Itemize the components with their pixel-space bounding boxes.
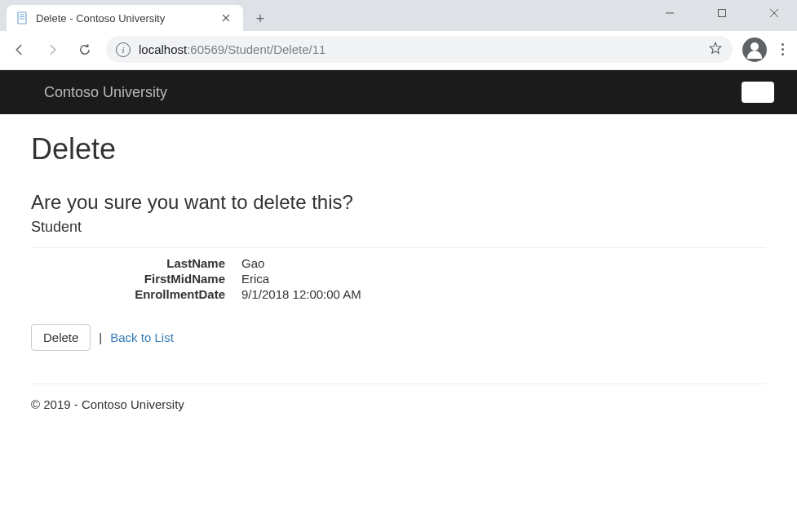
site-navbar: Contoso University: [0, 70, 797, 114]
tab-favicon-icon: [16, 11, 29, 24]
site-info-icon[interactable]: i: [116, 42, 131, 57]
browser-menu-button[interactable]: [777, 38, 789, 60]
detail-label: FirstMidName: [62, 272, 225, 286]
action-divider: |: [99, 330, 102, 344]
browser-chrome: Delete - Contoso University + i localhos…: [0, 0, 797, 70]
detail-value: 9/1/2018 12:00:00 AM: [241, 287, 766, 301]
browser-toolbar: i localhost:60569/Student/Delete/11: [0, 31, 797, 70]
footer-divider: [31, 383, 766, 384]
url-host: localhost: [139, 42, 187, 56]
back-button[interactable]: [8, 38, 31, 61]
tab-title: Delete - Contoso University: [36, 12, 212, 24]
account-icon[interactable]: [742, 38, 767, 62]
details-list: LastName Gao FirstMidName Erica Enrollme…: [31, 256, 766, 301]
page-footer: © 2019 - Contoso University: [31, 351, 766, 411]
detail-value: Gao: [241, 256, 766, 270]
url-path: /Student/Delete/11: [224, 42, 325, 56]
confirm-heading: Are you sure you want to delete this?: [31, 191, 766, 214]
section-divider: [31, 247, 766, 248]
page-body: Delete Are you sure you want to delete t…: [0, 114, 797, 429]
page-title: Delete: [31, 132, 766, 166]
browser-tab[interactable]: Delete - Contoso University: [7, 5, 243, 31]
footer-text: © 2019 - Contoso University: [31, 397, 766, 411]
navbar-toggle-button[interactable]: [742, 82, 774, 103]
form-actions: Delete | Back to List: [31, 324, 766, 351]
tab-close-button[interactable]: [219, 11, 233, 24]
back-to-list-link[interactable]: Back to List: [110, 330, 174, 344]
svg-rect-4: [18, 12, 26, 24]
bookmark-star-icon[interactable]: [708, 41, 723, 58]
reload-button[interactable]: [73, 38, 96, 61]
url-text: localhost:60569/Student/Delete/11: [139, 42, 325, 56]
delete-button[interactable]: Delete: [31, 324, 91, 351]
forward-button[interactable]: [41, 38, 64, 61]
detail-value: Erica: [241, 272, 766, 286]
brand-link[interactable]: Contoso University: [44, 84, 167, 101]
url-port: :60569: [187, 42, 224, 56]
detail-label: LastName: [62, 256, 225, 270]
tab-strip: Delete - Contoso University +: [0, 2, 797, 31]
address-bar[interactable]: i localhost:60569/Student/Delete/11: [106, 36, 733, 63]
detail-label: EnrollmentDate: [62, 287, 225, 301]
new-tab-button[interactable]: +: [248, 7, 272, 31]
entity-name-heading: Student: [31, 219, 766, 236]
